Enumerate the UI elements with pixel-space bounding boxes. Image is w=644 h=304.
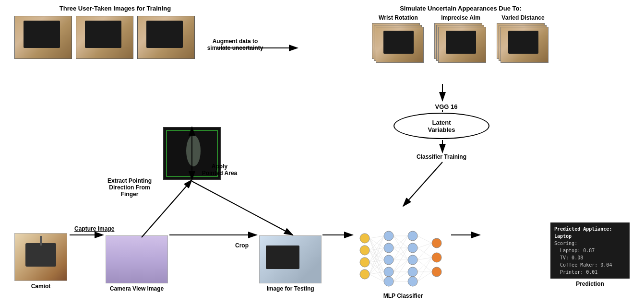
augmented-section: Simulate Uncertain Appearances Due To: W…: [298, 5, 624, 64]
svg-point-5: [384, 243, 394, 253]
svg-line-52: [417, 236, 432, 243]
camera-view-label: Camera View Image: [110, 285, 164, 292]
imprecise-img-3: [438, 27, 486, 63]
svg-line-57: [417, 260, 432, 272]
svg-point-0: [360, 234, 370, 243]
classifier-to-mlp-arrow: [403, 162, 442, 206]
camiot-area: Camiot: [14, 233, 67, 290]
training-image-2: [76, 16, 133, 59]
prediction-label: Prediction: [550, 281, 630, 287]
svg-point-11: [408, 255, 417, 265]
diagram: Three User-Taken Images for Training Sim…: [0, 0, 644, 304]
finger-to-test-arrow: [192, 181, 293, 235]
apply-label: ApplyPointed Area: [192, 163, 247, 176]
varied-img-3: [501, 27, 549, 63]
svg-point-4: [384, 231, 394, 241]
camera-view-inner: [106, 236, 167, 283]
prediction-box: Predicted Appliance: Laptop Scoring: Lap…: [550, 222, 630, 287]
test-image-label: Image for Testing: [266, 285, 314, 292]
varied-distance-label: Varied Distance: [501, 14, 544, 21]
training-image-1: [14, 16, 72, 59]
capture-text: Capture Image: [74, 225, 114, 232]
augmented-groups: Wrist Rotation Imprecise Aim Varied Dist…: [298, 14, 624, 64]
imprecise-aim-label: Imprecise Aim: [441, 14, 480, 21]
svg-point-14: [432, 238, 441, 248]
svg-point-15: [432, 253, 441, 262]
svg-line-21: [370, 238, 384, 281]
training-images: [14, 16, 216, 59]
svg-line-50: [394, 272, 408, 281]
extract-label: Extract PointingDirection From Finger: [101, 177, 158, 198]
svg-point-12: [408, 267, 417, 277]
mlp-label: MLP Classifier: [355, 292, 451, 299]
svg-point-13: [408, 277, 417, 286]
device-box: [25, 243, 57, 267]
imprecise-aim-images: [434, 23, 487, 64]
augmented-title: Simulate Uncertain Appearances Due To:: [298, 5, 624, 12]
svg-line-47: [394, 260, 408, 272]
training-image-3: [137, 16, 195, 59]
aug-group-imprecise: Imprecise Aim: [434, 14, 487, 64]
svg-line-54: [417, 248, 432, 257]
augment-label-line1: Augment data to: [213, 38, 258, 45]
capture-label: Capture Image: [74, 225, 114, 232]
training-section: Three User-Taken Images for Training: [14, 5, 216, 59]
svg-point-3: [360, 269, 370, 279]
camiot-label: Camiot: [31, 283, 51, 290]
pred-score-tv: TV: 0.08: [554, 254, 626, 261]
apply-text: ApplyPointed Area: [202, 163, 238, 176]
crop-label: Crop: [235, 242, 249, 249]
classifier-label: Classifier Training: [398, 153, 485, 160]
camiot-image: [14, 233, 67, 281]
svg-point-7: [384, 267, 394, 277]
varied-distance-images: [497, 23, 549, 64]
pred-score-laptop: Laptop: 0.87: [554, 247, 626, 254]
svg-line-31: [370, 262, 384, 281]
svg-point-2: [360, 257, 370, 267]
wrist-rotation-label: Wrist Rotation: [379, 14, 418, 21]
mlp-svg: [355, 226, 451, 289]
test-image: [259, 235, 322, 283]
svg-line-61: [417, 272, 432, 281]
aug-group-wrist: Wrist Rotation: [372, 14, 425, 64]
latent-label: LatentVariables: [428, 119, 455, 133]
wrist-rotation-images: [372, 23, 425, 64]
pred-title: Predicted Appliance: Laptop: [554, 225, 626, 240]
svg-point-8: [384, 277, 394, 286]
svg-point-1: [360, 246, 370, 255]
mlp-area: MLP Classifier: [355, 226, 451, 299]
svg-line-60: [417, 257, 432, 281]
training-title: Three User-Taken Images for Training: [14, 5, 216, 12]
svg-point-6: [384, 255, 394, 265]
pred-score-coffee: Coffee Maker: 0.04: [554, 261, 626, 269]
svg-line-49: [394, 260, 408, 281]
svg-point-9: [408, 231, 417, 241]
pred-score-printer: Printer: 0.01: [554, 269, 626, 276]
test-image-area: Image for Testing: [259, 235, 322, 292]
latent-ellipse: LatentVariables: [394, 113, 489, 139]
camera-view-image: [106, 235, 168, 283]
aug-group-varied: Varied Distance: [497, 14, 549, 64]
extract-text: Extract PointingDirection From Finger: [107, 177, 152, 198]
prediction-screen: Predicted Appliance: Laptop Scoring: Lap…: [550, 222, 630, 279]
svg-point-16: [432, 267, 441, 277]
test-img-inner: [260, 236, 321, 283]
camera-view-area: Camera View Image: [106, 235, 168, 292]
svg-point-10: [408, 243, 417, 253]
vgg-label: VGG 16: [417, 103, 475, 110]
camiot-inner: [15, 234, 67, 281]
pred-scoring-label: Scoring:: [554, 240, 626, 247]
wrist-img-3: [376, 27, 424, 63]
